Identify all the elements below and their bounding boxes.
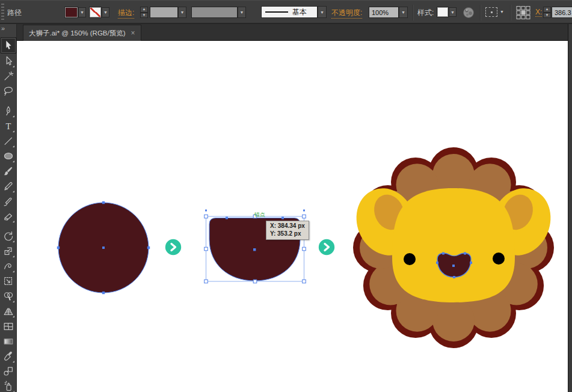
opacity-dropdown[interactable]: ▼ xyxy=(399,7,408,18)
free-transform-icon xyxy=(2,275,14,287)
mesh-icon xyxy=(2,320,14,332)
tool-gradient[interactable] xyxy=(1,334,16,349)
tool-perspective-grid[interactable] xyxy=(1,304,16,319)
width-profile-field[interactable] xyxy=(191,7,238,18)
rotate-icon xyxy=(2,230,14,242)
brush-definition-field[interactable]: 基本 xyxy=(261,6,318,18)
control-bar-grip[interactable] xyxy=(1,4,4,20)
isolate-dropdown[interactable]: ▼ xyxy=(500,10,504,14)
separator xyxy=(480,5,481,20)
path-label: 路径 xyxy=(7,8,22,18)
tool-lasso[interactable] xyxy=(1,84,16,99)
tool-ellipse[interactable] xyxy=(1,149,16,164)
separator xyxy=(413,5,413,20)
separator xyxy=(510,5,511,20)
canvas-area[interactable]: 锚点 xyxy=(17,40,568,392)
stroke-color-dropdown[interactable]: ▼ xyxy=(102,7,109,17)
tool-pen[interactable] xyxy=(1,103,16,118)
document-tab[interactable]: 大狮子.ai* @ 150% (RGB/预览) × xyxy=(23,25,141,41)
stroke-weight-label[interactable]: 描边: xyxy=(118,8,134,19)
symbol-sprayer-icon xyxy=(2,381,14,392)
selection-icon xyxy=(2,40,14,52)
magic-wand-icon xyxy=(2,70,14,82)
opacity-field[interactable]: 100% xyxy=(369,7,399,18)
stepper-down-icon[interactable]: ▼ xyxy=(543,13,551,19)
tab-close-icon[interactable]: × xyxy=(131,30,135,36)
stepper-up-icon[interactable]: ▲ xyxy=(140,7,148,13)
style-dropdown[interactable]: ▼ xyxy=(449,7,457,17)
document-tab-title: 大狮子.ai* @ 150% (RGB/预览) xyxy=(29,29,126,38)
tool-line-segment[interactable] xyxy=(1,133,16,149)
tool-width[interactable] xyxy=(1,259,16,274)
stroke-color-swatch[interactable] xyxy=(90,7,101,17)
lasso-icon xyxy=(2,85,14,97)
step3-lion-group[interactable] xyxy=(346,147,561,348)
stepper-down-icon[interactable]: ▼ xyxy=(140,13,148,19)
artboard: 锚点 xyxy=(17,40,568,392)
tool-selection[interactable] xyxy=(1,37,16,54)
pencil-icon xyxy=(2,180,14,192)
x-coordinate-stepper[interactable]: ▲▼ xyxy=(543,7,551,18)
control-bar: 路径 ▼ ▼ 描边: ▲▼ ▼ ▼ 基本 ▼ 不透明度: 100% ▼ 样式: … xyxy=(0,0,572,24)
palette-collapse-icon[interactable]: » xyxy=(0,24,17,32)
tooltip-y-value: Y: 353.2 px xyxy=(270,230,305,238)
width-profile-dropdown[interactable]: ▼ xyxy=(238,7,246,18)
width-icon xyxy=(2,260,14,272)
x-coordinate-label: X: xyxy=(535,8,542,17)
right-panel-edge xyxy=(568,24,572,392)
eraser-icon xyxy=(2,210,14,222)
fill-color-dropdown[interactable]: ▼ xyxy=(78,7,86,17)
tool-palette: » T xyxy=(0,24,17,392)
pen-icon xyxy=(2,105,14,117)
perspective-grid-icon xyxy=(2,305,14,317)
stroke-weight-field[interactable] xyxy=(150,7,178,18)
isolate-selection-button[interactable] xyxy=(485,7,497,17)
tool-rotate[interactable] xyxy=(1,228,16,243)
tool-symbol-sprayer[interactable] xyxy=(1,379,16,392)
stroke-weight-dropdown[interactable]: ▼ xyxy=(178,7,186,18)
stroke-weight-stepper[interactable]: ▲▼ xyxy=(140,7,148,18)
tool-shape-builder[interactable] xyxy=(1,289,16,304)
tool-paintbrush[interactable] xyxy=(1,164,16,179)
blend-icon xyxy=(2,366,14,378)
recolor-artwork-button[interactable] xyxy=(462,6,475,19)
x-coordinate-field[interactable]: 386.3 xyxy=(552,7,572,18)
reference-grid-icon xyxy=(515,5,531,20)
style-swatch[interactable] xyxy=(437,7,448,17)
tool-magic-wand[interactable] xyxy=(1,69,16,84)
tool-blob-brush[interactable] xyxy=(1,194,16,209)
line-segment-icon xyxy=(2,135,14,147)
step-arrow-2[interactable] xyxy=(319,239,334,255)
direct-selection-icon xyxy=(2,55,14,67)
tooltip-x-value: X: 384.34 px xyxy=(270,222,305,230)
eyedropper-icon xyxy=(2,351,14,363)
reference-point-locator[interactable] xyxy=(515,5,531,20)
illustrator-window: { "topbar": { "path_label": "路径", "strok… xyxy=(0,0,572,392)
brush-definition-value: 基本 xyxy=(292,7,307,17)
measurement-tooltip: X: 384.34 px Y: 353.2 px xyxy=(266,221,309,240)
tool-mesh[interactable] xyxy=(1,319,16,334)
shape-builder-icon xyxy=(2,290,14,302)
paintbrush-icon xyxy=(2,165,14,177)
tool-pencil[interactable] xyxy=(1,179,16,194)
tool-eyedropper[interactable] xyxy=(1,349,16,364)
stepper-up-icon[interactable]: ▲ xyxy=(543,7,551,13)
isolate-center-dot xyxy=(491,11,493,13)
step1-circle-group xyxy=(57,201,150,294)
tool-free-transform[interactable] xyxy=(1,274,16,289)
opacity-label[interactable]: 不透明度: xyxy=(331,8,362,19)
tool-type[interactable]: T xyxy=(1,118,16,133)
recolor-sphere-icon xyxy=(462,6,475,19)
fill-color-swatch[interactable] xyxy=(65,7,78,17)
brush-definition-dropdown[interactable]: ▼ xyxy=(318,6,327,18)
blob-brush-icon xyxy=(2,195,14,207)
tool-scale[interactable] xyxy=(1,243,16,259)
scale-icon xyxy=(2,245,14,257)
tool-direct-selection[interactable] xyxy=(1,54,16,69)
tool-blend[interactable] xyxy=(1,364,16,379)
document-tab-bar: 大狮子.ai* @ 150% (RGB/预览) × xyxy=(17,24,568,41)
tool-eraser[interactable] xyxy=(1,209,16,224)
ellipse-icon xyxy=(2,150,14,162)
type-icon: T xyxy=(2,120,14,132)
step-arrow-1[interactable] xyxy=(165,239,181,255)
